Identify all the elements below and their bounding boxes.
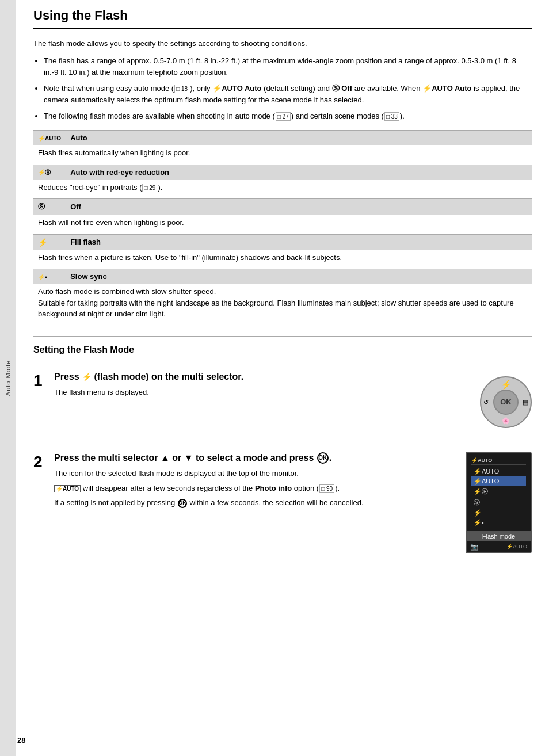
flash-menu-item-2-selected: ⚡AUTO — [471, 476, 526, 486]
step-1-content: Press ⚡ (flash mode) on the multi select… — [54, 371, 468, 402]
flash-slow-desc-row: Auto flash mode is combined with slow sh… — [33, 284, 532, 326]
multi-selector-diagram: ⚡ ↺ ▤ 🌸 OK — [480, 376, 532, 428]
flash-bottom-right: ⚡AUTO — [506, 544, 527, 549]
bullet-item-3: The following flash modes are available … — [44, 110, 532, 122]
step-1-title: Press ⚡ (flash mode) on the multi select… — [54, 371, 468, 383]
step-2-title: Press the multi selector ▲ or ▼ to selec… — [54, 452, 454, 464]
page-number: 28 — [17, 736, 25, 744]
flash-mode-auto-row: ⚡AUTO Auto — [33, 131, 532, 146]
bullet-item-2: Note that when using easy auto mode (□ 1… — [44, 83, 532, 106]
sidebar: Auto Mode — [0, 0, 16, 756]
flash-menu-item-4: Ⓢ — [471, 497, 526, 508]
flash-auto-desc-row: Flash fires automatically when lighting … — [33, 145, 532, 165]
flash-mode-fill-row: ⚡ Fill flash — [33, 234, 532, 250]
flash-menu-item-3: ⚡Ⓡ — [471, 486, 526, 497]
ms-right-icon: ▤ — [523, 398, 528, 406]
step-2-desc-3: If a setting is not applied by pressing … — [54, 497, 454, 509]
flash-screen: ⚡AUTO ⚡AUTO ⚡AUTO ⚡Ⓡ Ⓢ ⚡ ⚡▪ Flash mode 📷 — [466, 452, 532, 553]
main-content: Using the Flash The flash mode allows yo… — [16, 0, 549, 756]
flash-auto-label: Auto — [66, 131, 532, 146]
step-2-desc-2: ⚡AUTO will disappear after a few seconds… — [54, 483, 454, 494]
flash-fill-label: Fill flash — [66, 234, 532, 250]
ms-ok-button: OK — [493, 390, 518, 415]
flash-slow-label: Slow sync — [66, 269, 532, 284]
ok-circle-small: OK — [178, 499, 187, 508]
intro-text: The flash mode allows you to specify the… — [33, 38, 532, 49]
ok-circle-icon: OK — [317, 452, 329, 464]
step-2-container: 2 Press the multi selector ▲ or ▼ to sel… — [33, 452, 532, 553]
section-divider — [33, 336, 532, 337]
flash-menu-item-5: ⚡ — [471, 508, 526, 518]
flash-redeye-icon: ⚡Ⓡ — [33, 165, 66, 180]
sidebar-label: Auto Mode — [5, 360, 12, 396]
flash-menu-item-1: ⚡AUTO — [471, 467, 526, 476]
ms-bottom-icon: 🌸 — [502, 417, 510, 425]
flash-auto-desc: Flash fires automatically when lighting … — [33, 145, 532, 165]
step-2-image: ⚡AUTO ⚡AUTO ⚡AUTO ⚡Ⓡ Ⓢ ⚡ ⚡▪ Flash mode 📷 — [466, 452, 532, 553]
flash-mode-label: Flash mode — [467, 531, 531, 541]
step-1-image: ⚡ ↺ ▤ 🌸 OK — [480, 371, 532, 428]
flash-off-label: Off — [66, 199, 532, 215]
flash-menu-top-indicator: ⚡AUTO — [471, 456, 526, 465]
flash-fill-icon: ⚡ — [33, 234, 66, 250]
flash-mode-slow-row: ⚡▪ Slow sync — [33, 269, 532, 284]
step-1-desc: The flash menu is displayed. — [54, 387, 468, 398]
flash-mode-redeye-row: ⚡Ⓡ Auto with red-eye reduction — [33, 165, 532, 180]
flash-redeye-label: Auto with red-eye reduction — [66, 165, 532, 180]
bullet-list: The flash has a range of approx. 0.5-7.0… — [44, 55, 532, 123]
flash-mode-off-row: Ⓢ Off — [33, 199, 532, 215]
step-2-content-wrapper: Press the multi selector ▲ or ▼ to selec… — [54, 452, 532, 553]
section-divider-2 — [33, 362, 532, 362]
flash-bottom-camera-icon: 📷 — [470, 543, 478, 551]
flash-off-icon: Ⓢ — [33, 199, 66, 215]
flash-redeye-desc: Reduces "red-eye" in portraits (□ 29). — [33, 180, 532, 199]
step-1-container: 1 Press ⚡ (flash mode) on the multi sele… — [33, 371, 532, 440]
flash-off-desc: Flash will not fire even when lighting i… — [33, 215, 532, 234]
flash-off-desc-row: Flash will not fire even when lighting i… — [33, 215, 532, 234]
flash-auto-icon: ⚡AUTO — [33, 131, 66, 146]
flash-modes-table: ⚡AUTO Auto Flash fires automatically whe… — [33, 130, 532, 326]
step-2-number: 2 — [33, 453, 54, 471]
step-2-text: Press the multi selector ▲ or ▼ to selec… — [54, 452, 454, 512]
step-2-desc-1: The icon for the selected flash mode is … — [54, 468, 454, 479]
section-title: Setting the Flash Mode — [33, 345, 532, 355]
flash-bottom-bar: 📷 ⚡AUTO — [467, 541, 531, 552]
ms-top-icon: ⚡ — [501, 380, 512, 390]
page-title: Using the Flash — [33, 8, 532, 23]
flash-fill-desc: Flash fires when a picture is taken. Use… — [33, 250, 532, 269]
flash-menu-item-6: ⚡▪ — [471, 518, 526, 528]
flash-redeye-desc-row: Reduces "red-eye" in portraits (□ 29). — [33, 180, 532, 199]
page-title-bar: Using the Flash — [33, 0, 532, 29]
flash-slow-icon: ⚡▪ — [33, 269, 66, 284]
flash-screen-menu: ⚡AUTO ⚡AUTO ⚡AUTO ⚡Ⓡ Ⓢ ⚡ ⚡▪ — [467, 453, 531, 531]
flash-slow-desc: Auto flash mode is combined with slow sh… — [33, 284, 532, 326]
bullet-item-1: The flash has a range of approx. 0.5-7.0… — [44, 55, 532, 78]
ms-left-icon: ↺ — [483, 398, 489, 406]
step-1-number: 1 — [33, 372, 54, 390]
flash-fill-desc-row: Flash fires when a picture is taken. Use… — [33, 250, 532, 269]
